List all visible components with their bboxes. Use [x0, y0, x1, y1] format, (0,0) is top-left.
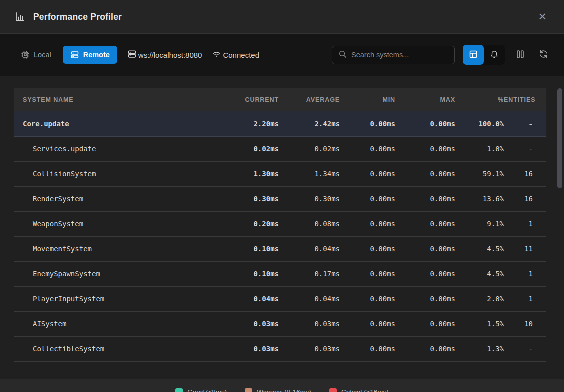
- column-header[interactable]: AVERAGE: [279, 88, 340, 111]
- system-name-cell: PlayerInputSystem: [14, 286, 220, 311]
- table-row[interactable]: AISystem0.03ms0.03ms0.00ms0.00ms1.5%10: [14, 311, 546, 336]
- metric-cell: 1.5%: [455, 311, 504, 336]
- remote-label: Remote: [83, 51, 110, 59]
- table-view-icon: [469, 50, 478, 60]
- alerts-button[interactable]: [484, 45, 505, 65]
- table-row[interactable]: EnemySpawnSystem0.10ms0.17ms0.00ms0.00ms…: [14, 261, 546, 286]
- refresh-button[interactable]: [536, 47, 551, 62]
- bar-chart-icon: [14, 11, 25, 22]
- metric-cell: 2.42ms: [279, 111, 340, 136]
- metric-cell: 0.00ms: [395, 311, 455, 336]
- table-row[interactable]: CollectibleSystem0.03ms0.03ms0.00ms0.00m…: [14, 336, 546, 361]
- metric-cell: 16: [504, 186, 546, 211]
- metric-cell: 11: [504, 236, 546, 261]
- column-header[interactable]: ENTITIES: [504, 88, 546, 111]
- websocket-url: ws://localhost:8080: [127, 49, 202, 60]
- metric-cell: 0.00ms: [340, 286, 395, 311]
- metric-cell: 0.00ms: [395, 236, 455, 261]
- table-row[interactable]: Core.update2.20ms2.42ms0.00ms0.00ms100.0…: [14, 111, 546, 136]
- metric-cell: 0.00ms: [340, 236, 395, 261]
- metric-cell: 4.5%: [455, 236, 504, 261]
- legend-color-swatch: [329, 388, 337, 392]
- metric-cell: 0.20ms: [220, 211, 279, 236]
- websocket-url-text: ws://localhost:8080: [138, 51, 202, 59]
- metric-cell: 0.03ms: [220, 336, 279, 361]
- column-header[interactable]: MIN: [340, 88, 395, 111]
- metric-cell: 0.02ms: [220, 136, 279, 161]
- server-icon: [70, 50, 79, 59]
- metric-cell: 1.3%: [455, 336, 504, 361]
- metric-cell: 1.30ms: [220, 161, 279, 186]
- column-header[interactable]: SYSTEM NAME: [14, 88, 220, 111]
- metric-cell: 0.03ms: [220, 311, 279, 336]
- metric-cell: 0.00ms: [340, 336, 395, 361]
- search-icon: [338, 50, 347, 60]
- metric-cell: 9.1%: [455, 211, 504, 236]
- metric-cell: 1.0%: [455, 136, 504, 161]
- metric-cell: 1.34ms: [279, 161, 340, 186]
- metric-cell: 59.1%: [455, 161, 504, 186]
- system-name-cell: AISystem: [14, 311, 220, 336]
- remote-mode-button[interactable]: Remote: [63, 46, 117, 64]
- metric-cell: 16: [504, 161, 546, 186]
- table-body: Core.update2.20ms2.42ms0.00ms0.00ms100.0…: [14, 111, 546, 361]
- search-input[interactable]: [351, 51, 448, 59]
- pause-icon: [516, 49, 525, 61]
- toolbar: Local Remote: [0, 34, 564, 76]
- metric-cell: 0.00ms: [340, 211, 395, 236]
- metric-cell: 0.10ms: [220, 236, 279, 261]
- metric-cell: 10: [504, 311, 546, 336]
- metric-cell: 0.00ms: [395, 186, 455, 211]
- vertical-scrollbar[interactable]: [557, 88, 562, 188]
- wifi-icon: [212, 49, 221, 60]
- metric-cell: 0.00ms: [340, 161, 395, 186]
- legend-label: Warning (8-16ms): [257, 388, 311, 392]
- metric-cell: 0.17ms: [279, 261, 340, 286]
- column-header[interactable]: CURRENT: [220, 88, 279, 111]
- system-name-cell: WeaponSystem: [14, 211, 220, 236]
- system-name-cell: EnemySpawnSystem: [14, 261, 220, 286]
- metric-cell: 2.0%: [455, 286, 504, 311]
- metric-cell: 0.02ms: [279, 136, 340, 161]
- legend-label: Good (<8ms): [187, 388, 227, 392]
- connection-status: Connected: [212, 49, 259, 60]
- legend-color-swatch: [245, 388, 252, 392]
- table-row[interactable]: RenderSystem0.30ms0.30ms0.00ms0.00ms13.6…: [14, 186, 546, 211]
- metric-cell: 0.00ms: [395, 136, 455, 161]
- metric-cell: 0.00ms: [395, 261, 455, 286]
- metric-cell: 100.0%: [455, 111, 504, 136]
- systems-table: SYSTEM NAMECURRENTAVERAGEMINMAX%ENTITIES…: [14, 88, 546, 362]
- column-header[interactable]: %: [455, 88, 504, 111]
- metric-cell: 0.03ms: [279, 311, 340, 336]
- metric-cell: 1: [504, 286, 546, 311]
- legend-item: Warning (8-16ms): [245, 388, 311, 392]
- system-name-cell: RenderSystem: [14, 186, 220, 211]
- legend-label: Critical (>16ms): [341, 388, 389, 392]
- metric-cell: 0.00ms: [340, 261, 395, 286]
- metric-cell: 0.00ms: [340, 311, 395, 336]
- close-button[interactable]: ✕: [535, 10, 550, 24]
- connection-status-text: Connected: [223, 51, 259, 59]
- connection-controls: Local Remote: [13, 46, 259, 64]
- metric-cell: 0.04ms: [220, 286, 279, 311]
- metric-cell: 0.08ms: [279, 211, 340, 236]
- cpu-icon: [21, 50, 30, 59]
- metric-cell: 0.03ms: [279, 336, 340, 361]
- bell-icon: [490, 50, 499, 60]
- table-header-row: SYSTEM NAMECURRENTAVERAGEMINMAX%ENTITIES: [14, 88, 546, 111]
- local-label: Local: [34, 51, 51, 59]
- table-row[interactable]: WeaponSystem0.20ms0.08ms0.00ms0.00ms9.1%…: [14, 211, 546, 236]
- table-row[interactable]: CollisionSystem1.30ms1.34ms0.00ms0.00ms5…: [14, 161, 546, 186]
- legend-item: Good (<8ms): [175, 388, 227, 392]
- local-mode-button[interactable]: Local: [13, 46, 59, 64]
- table-row[interactable]: PlayerInputSystem0.04ms0.04ms0.00ms0.00m…: [14, 286, 546, 311]
- window-title: Performance Profiler: [33, 12, 122, 22]
- column-header[interactable]: MAX: [395, 88, 455, 111]
- table-row[interactable]: Services.update0.02ms0.02ms0.00ms0.00ms1…: [14, 136, 546, 161]
- table-row[interactable]: MovementSystem0.10ms0.04ms0.00ms0.00ms4.…: [14, 236, 546, 261]
- system-name-cell: Core.update: [14, 111, 220, 136]
- table-view-button[interactable]: [463, 45, 484, 65]
- metric-cell: 0.30ms: [220, 186, 279, 211]
- metric-cell: 0.04ms: [279, 286, 340, 311]
- pause-button[interactable]: [513, 47, 528, 62]
